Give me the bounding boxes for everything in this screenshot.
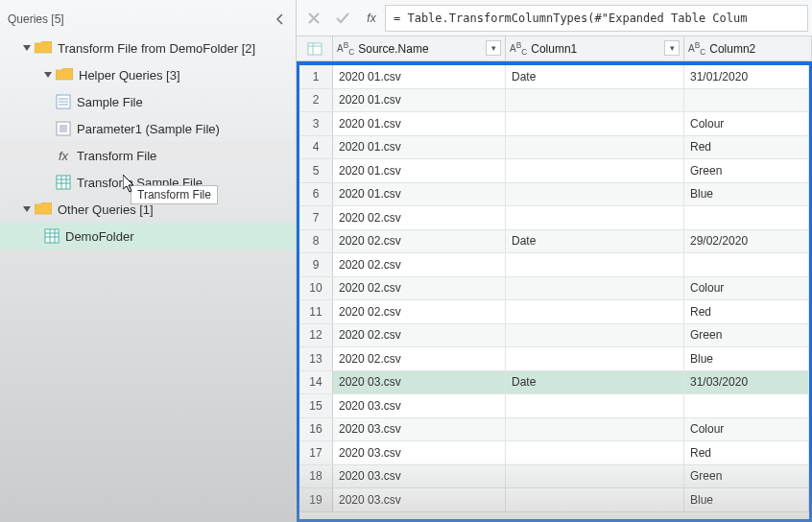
cell-source-name[interactable]: 2020 03.csv <box>333 441 506 464</box>
filter-button[interactable]: ▾ <box>486 40 501 56</box>
cancel-formula-button[interactable] <box>300 5 327 32</box>
row-index[interactable]: 15 <box>299 394 333 417</box>
cell-column2[interactable] <box>684 253 809 276</box>
cell-source-name[interactable]: 2020 02.csv <box>333 324 506 347</box>
tree-item-sample-file[interactable]: Sample File <box>0 88 296 115</box>
cell-source-name[interactable]: 2020 01.csv <box>333 65 506 88</box>
cell-column1[interactable] <box>506 253 684 276</box>
cell-column2[interactable]: 29/02/2020 <box>684 230 809 253</box>
cell-source-name[interactable]: 2020 03.csv <box>333 418 506 441</box>
row-index[interactable]: 11 <box>299 300 333 323</box>
collapse-icon[interactable] <box>42 70 54 80</box>
tree-group-helper-queries[interactable]: Helper Queries [3] <box>0 61 296 88</box>
table-row[interactable]: 162020 03.csvColour <box>299 418 809 442</box>
collapse-icon[interactable] <box>21 204 33 214</box>
cell-column2[interactable] <box>684 206 809 229</box>
cell-column2[interactable]: Red <box>684 441 809 464</box>
cell-column1[interactable] <box>506 324 684 347</box>
tree-group-transform-folder[interactable]: Transform File from DemoFolder [2] <box>0 35 296 61</box>
cell-column2[interactable] <box>684 89 809 112</box>
cell-source-name[interactable]: 2020 01.csv <box>333 89 506 112</box>
table-row[interactable]: 102020 02.csvColour <box>299 277 809 301</box>
cell-column2[interactable]: Blue <box>684 488 809 511</box>
cell-column2[interactable]: Red <box>684 300 809 323</box>
cell-column1[interactable] <box>506 418 684 441</box>
fx-label[interactable]: fx <box>358 12 385 25</box>
table-row[interactable]: 82020 02.csvDate29/02/2020 <box>299 230 809 254</box>
cell-column1[interactable]: Date <box>506 371 684 394</box>
cell-column1[interactable] <box>506 159 684 182</box>
row-index[interactable]: 8 <box>299 230 333 253</box>
cell-column1[interactable]: Date <box>506 230 684 253</box>
cell-source-name[interactable]: 2020 01.csv <box>333 112 506 135</box>
table-row[interactable]: 152020 03.csv <box>299 394 809 418</box>
cell-source-name[interactable]: 2020 01.csv <box>333 136 506 159</box>
row-index[interactable]: 10 <box>299 277 333 300</box>
formula-input[interactable]: = Table.TransformColumnTypes(#"Expanded … <box>385 5 808 32</box>
cell-column2[interactable]: 31/01/2020 <box>684 65 809 88</box>
cell-column2[interactable]: Red <box>684 136 809 159</box>
table-row[interactable]: 72020 02.csv <box>299 206 809 230</box>
grid-body[interactable]: 12020 01.csvDate31/01/202022020 01.csv32… <box>297 61 812 522</box>
row-index[interactable]: 14 <box>299 371 333 394</box>
cell-column2[interactable]: 31/03/2020 <box>684 371 809 394</box>
cell-source-name[interactable]: 2020 02.csv <box>333 347 506 370</box>
column-header-column1[interactable]: ABC Column1 ▾ <box>506 36 684 60</box>
collapse-panel-button[interactable] <box>271 10 290 29</box>
cell-column1[interactable] <box>506 394 684 417</box>
tree-item-transform-file[interactable]: fx Transform File <box>0 142 296 169</box>
tree-item-demofolder[interactable]: DemoFolder <box>0 223 296 249</box>
row-index[interactable]: 4 <box>299 136 333 159</box>
row-index[interactable]: 1 <box>299 65 333 88</box>
table-row[interactable]: 12020 01.csvDate31/01/2020 <box>299 65 809 89</box>
row-index[interactable]: 17 <box>299 441 333 464</box>
table-row[interactable]: 122020 02.csvGreen <box>299 324 809 348</box>
cell-column1[interactable] <box>506 183 684 206</box>
cell-column1[interactable] <box>506 206 684 229</box>
confirm-formula-button[interactable] <box>329 5 356 32</box>
cell-column2[interactable]: Blue <box>684 183 809 206</box>
cell-column1[interactable]: Date <box>506 65 684 88</box>
cell-column2[interactable]: Blue <box>684 347 809 370</box>
cell-column1[interactable] <box>506 136 684 159</box>
table-row[interactable]: 112020 02.csvRed <box>299 300 809 324</box>
select-all-corner[interactable] <box>297 36 333 60</box>
table-row[interactable]: 132020 02.csvBlue <box>299 347 809 371</box>
table-row[interactable]: 42020 01.csvRed <box>299 136 809 160</box>
cell-source-name[interactable]: 2020 02.csv <box>333 300 506 323</box>
row-index[interactable]: 19 <box>299 488 333 511</box>
row-index[interactable]: 7 <box>299 206 333 229</box>
cell-column2[interactable]: Green <box>684 465 809 488</box>
cell-column1[interactable] <box>506 277 684 300</box>
table-row[interactable]: 192020 03.csvBlue <box>299 488 809 512</box>
row-index[interactable]: 16 <box>299 418 333 441</box>
row-index[interactable]: 2 <box>299 89 333 112</box>
row-index[interactable]: 9 <box>299 253 333 276</box>
row-index[interactable]: 12 <box>299 324 333 347</box>
cell-column2[interactable]: Colour <box>684 418 809 441</box>
table-row[interactable]: 92020 02.csv <box>299 253 809 277</box>
cell-column2[interactable] <box>684 394 809 417</box>
cell-column1[interactable] <box>506 89 684 112</box>
row-index[interactable]: 3 <box>299 112 333 135</box>
cell-source-name[interactable]: 2020 03.csv <box>333 371 506 394</box>
cell-column1[interactable] <box>506 465 684 488</box>
column-header-source-name[interactable]: ABC Source.Name ▾ <box>333 36 506 60</box>
cell-column2[interactable]: Green <box>684 159 809 182</box>
table-row[interactable]: 22020 01.csv <box>299 89 809 113</box>
table-row[interactable]: 52020 01.csvGreen <box>299 159 809 183</box>
cell-column2[interactable]: Colour <box>684 112 809 135</box>
cell-column1[interactable] <box>506 441 684 464</box>
cell-column1[interactable] <box>506 112 684 135</box>
cell-source-name[interactable]: 2020 03.csv <box>333 394 506 417</box>
cell-source-name[interactable]: 2020 02.csv <box>333 277 506 300</box>
table-row[interactable]: 172020 03.csvRed <box>299 441 809 465</box>
cell-column1[interactable] <box>506 347 684 370</box>
cell-source-name[interactable]: 2020 03.csv <box>333 488 506 511</box>
row-index[interactable]: 18 <box>299 465 333 488</box>
row-index[interactable]: 5 <box>299 159 333 182</box>
column-header-column2[interactable]: ABC Column2 <box>684 36 812 60</box>
cell-column2[interactable]: Green <box>684 324 809 347</box>
filter-button[interactable]: ▾ <box>664 40 680 56</box>
tree-item-parameter1[interactable]: Parameter1 (Sample File) <box>0 115 296 142</box>
